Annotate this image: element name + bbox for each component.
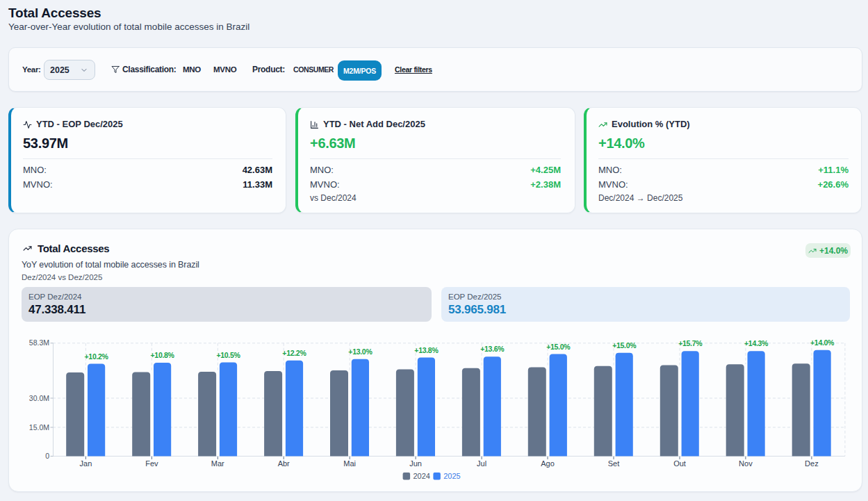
svg-text:+13.0%: +13.0% xyxy=(348,347,372,356)
svg-text:Dez: Dez xyxy=(805,459,819,468)
svg-text:+10.8%: +10.8% xyxy=(151,351,175,359)
svg-text:58.3M: 58.3M xyxy=(29,338,49,347)
svg-text:15.0M: 15.0M xyxy=(29,423,49,432)
svg-text:30.0M: 30.0M xyxy=(29,394,49,402)
svg-text:+10.2%: +10.2% xyxy=(85,352,109,361)
svg-text:Mar: Mar xyxy=(211,459,224,468)
svg-text:+12.2%: +12.2% xyxy=(282,349,306,357)
svg-text:+13.6%: +13.6% xyxy=(480,345,505,353)
svg-text:Abr: Abr xyxy=(278,459,290,468)
svg-text:0: 0 xyxy=(45,452,49,460)
svg-text:Nov: Nov xyxy=(739,459,753,468)
svg-text:Set: Set xyxy=(608,459,620,468)
svg-text:+15.0%: +15.0% xyxy=(612,341,637,350)
svg-text:+13.8%: +13.8% xyxy=(414,346,439,354)
svg-text:+14.0%: +14.0% xyxy=(810,338,835,347)
svg-text:Jun: Jun xyxy=(409,459,422,468)
svg-text:Jul: Jul xyxy=(477,459,486,468)
svg-text:Ago: Ago xyxy=(541,459,555,468)
svg-text:Jan: Jan xyxy=(80,459,92,468)
svg-text:Mai: Mai xyxy=(343,459,356,468)
svg-text:+10.5%: +10.5% xyxy=(216,351,240,359)
svg-text:+15.0%: +15.0% xyxy=(546,343,571,351)
svg-text:Fev: Fev xyxy=(145,459,158,468)
svg-text:2024: 2024 xyxy=(413,472,430,480)
svg-text:+15.7%: +15.7% xyxy=(678,339,703,347)
svg-text:2025: 2025 xyxy=(443,472,460,480)
svg-text:Out: Out xyxy=(673,459,686,468)
svg-text:+14.3%: +14.3% xyxy=(744,339,769,347)
